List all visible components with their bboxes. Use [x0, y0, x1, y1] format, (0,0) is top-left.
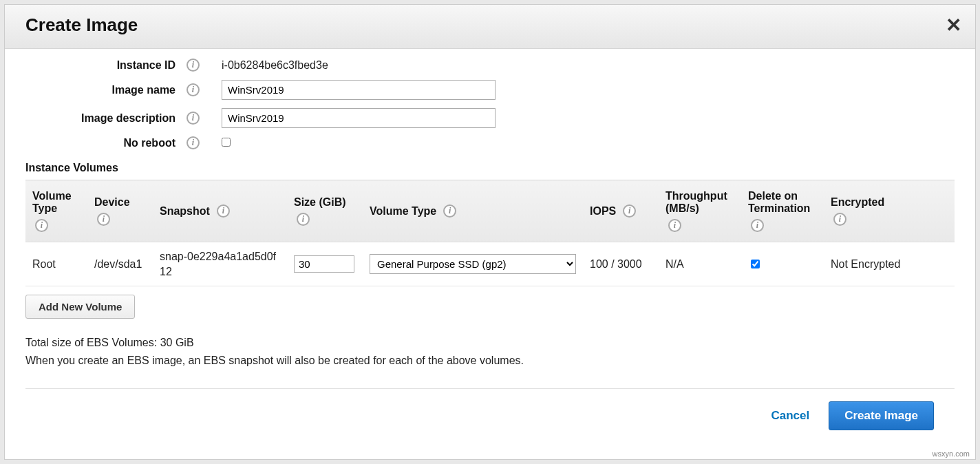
info-icon[interactable] [187, 136, 200, 149]
info-icon[interactable] [97, 213, 110, 226]
row-image-name: Image name [25, 80, 955, 100]
col-delete-term: Delete on Termination [748, 190, 817, 215]
cell-encrypted: Not Encrypted [824, 242, 955, 286]
col-iops: IOPS [590, 205, 616, 218]
volumes-table-head: Volume Type Device Snapshot [25, 180, 955, 242]
no-reboot-checkbox[interactable] [222, 138, 231, 147]
dialog-body: Instance ID i-0b6284be6c3fbed3e Image na… [5, 49, 975, 459]
info-icon[interactable] [833, 213, 846, 226]
col-snapshot: Snapshot [160, 205, 210, 218]
dialog-footer: Cancel Create Image [25, 388, 955, 444]
size-input[interactable] [294, 255, 354, 273]
info-icon[interactable] [443, 204, 456, 218]
instance-id-label: Instance ID [25, 59, 184, 72]
watermark: wsxyn.com [933, 450, 970, 458]
info-icon[interactable] [187, 112, 200, 125]
cancel-button[interactable]: Cancel [771, 409, 809, 423]
close-icon[interactable]: ✕ [946, 16, 961, 35]
delete-on-termination-checkbox[interactable] [751, 260, 760, 268]
image-name-label: Image name [25, 84, 184, 96]
image-description-label: Image description [25, 112, 184, 125]
no-reboot-label: No reboot [25, 137, 184, 149]
info-icon[interactable] [623, 204, 636, 218]
image-description-input[interactable] [222, 108, 496, 128]
row-image-description: Image description [25, 108, 955, 128]
cell-device: /dev/sda1 [87, 242, 153, 286]
info-icon[interactable] [668, 219, 681, 232]
notes: Total size of EBS Volumes: 30 GiB When y… [25, 334, 955, 369]
volumes-table: Volume Type Device Snapshot [25, 180, 955, 286]
col-volume-type: Volume Type [32, 190, 81, 215]
info-icon[interactable] [297, 213, 310, 226]
add-new-volume-button[interactable]: Add New Volume [25, 295, 135, 319]
create-image-dialog: Create Image ✕ Instance ID i-0b6284be6c3… [4, 4, 976, 460]
info-icon[interactable] [217, 204, 230, 218]
info-icon[interactable] [751, 219, 764, 232]
col-throughput: Throughput (MB/s) [665, 190, 734, 215]
cell-volume-type: Root [25, 242, 87, 286]
note-total-size: Total size of EBS Volumes: 30 GiB [25, 334, 955, 352]
col-volume-type-2: Volume Type [370, 205, 436, 218]
col-encrypted: Encrypted [831, 196, 948, 209]
instance-volumes-title: Instance Volumes [25, 162, 955, 174]
col-size: Size (GiB) [294, 196, 356, 209]
table-row: Root /dev/sda1 snap-0e229a4a1ad5d0f12 Ge… [25, 242, 955, 286]
note-snapshot-info: When you create an EBS image, an EBS sna… [25, 352, 955, 370]
image-name-input[interactable] [222, 80, 496, 100]
col-device: Device [94, 196, 146, 209]
instance-id-value: i-0b6284be6c3fbed3e [202, 59, 328, 72]
info-icon[interactable] [187, 83, 200, 96]
row-no-reboot: No reboot [25, 136, 955, 149]
dialog-title: Create Image [25, 14, 138, 36]
cell-snapshot: snap-0e229a4a1ad5d0f12 [153, 242, 287, 286]
row-instance-id: Instance ID i-0b6284be6c3fbed3e [25, 59, 955, 72]
create-image-button[interactable]: Create Image [829, 401, 934, 430]
info-icon[interactable] [187, 59, 200, 72]
cell-iops: 100 / 3000 [583, 242, 659, 286]
cell-throughput: N/A [659, 242, 741, 286]
dialog-header: Create Image ✕ [5, 5, 975, 49]
volume-type-select[interactable]: General Purpose SSD (gp2) [370, 254, 576, 274]
info-icon[interactable] [35, 219, 48, 232]
